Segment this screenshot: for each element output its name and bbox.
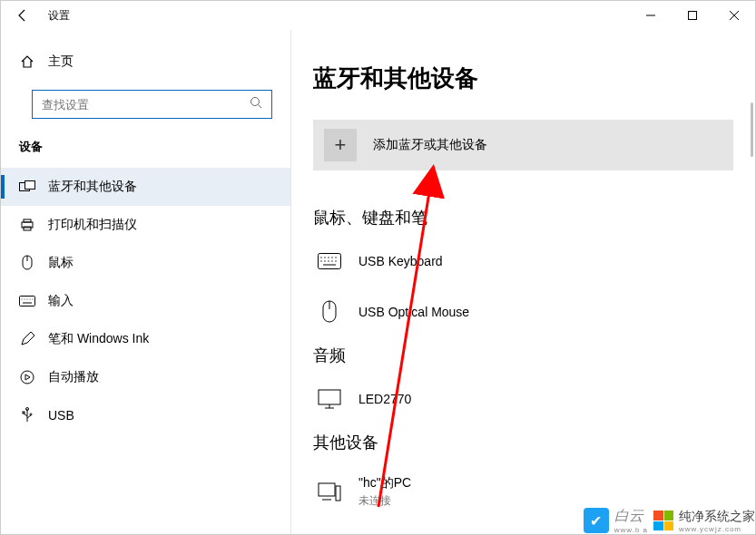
watermark-brand: 白云	[614, 508, 643, 523]
sidebar-item-label: 打印机和扫描仪	[48, 217, 137, 233]
svg-point-30	[331, 257, 332, 258]
watermark-url2: www.b a	[614, 526, 648, 534]
svg-point-28	[324, 257, 325, 258]
bird-icon: ✔	[584, 508, 609, 533]
sidebar-item-label: 蓝牙和其他设备	[48, 179, 137, 195]
back-button[interactable]	[14, 6, 32, 24]
autoplay-icon	[19, 369, 35, 385]
bluetooth-devices-icon	[19, 179, 35, 195]
svg-point-24	[30, 413, 32, 415]
sidebar-item-label: 鼠标	[48, 255, 74, 271]
svg-point-18	[30, 299, 31, 300]
svg-point-29	[328, 257, 329, 258]
device-name: USB Keyboard	[358, 254, 443, 268]
keyboard-icon	[317, 250, 342, 272]
sidebar-item-label: USB	[48, 408, 74, 423]
minimize-button[interactable]	[630, 1, 672, 30]
svg-rect-43	[336, 486, 340, 501]
maximize-button[interactable]	[672, 1, 713, 30]
category-mouse-keyboard: 鼠标、键盘和笔	[313, 207, 733, 229]
titlebar: 设置	[1, 1, 755, 30]
windows-logo-icon	[653, 511, 673, 530]
sidebar-item-autoplay[interactable]: 自动播放	[1, 358, 290, 396]
printer-icon	[19, 217, 35, 233]
monitor-icon	[317, 388, 342, 410]
device-name: "hc"的PC	[358, 475, 411, 491]
device-row[interactable]: USB Keyboard	[313, 243, 733, 294]
svg-point-15	[22, 299, 23, 300]
sidebar-item-usb[interactable]: USB	[1, 396, 290, 434]
sidebar-item-bluetooth[interactable]: 蓝牙和其他设备	[1, 168, 290, 206]
sidebar-item-typing[interactable]: 输入	[1, 282, 290, 320]
sidebar-item-label: 输入	[48, 293, 74, 309]
usb-icon	[19, 407, 35, 423]
svg-point-20	[21, 371, 34, 384]
svg-point-31	[335, 257, 336, 258]
sidebar-item-pen[interactable]: 笔和 Windows Ink	[1, 320, 290, 358]
plus-icon: +	[324, 129, 357, 161]
svg-rect-13	[20, 297, 35, 306]
device-row[interactable]: LED2770	[313, 381, 733, 432]
svg-rect-42	[319, 483, 335, 496]
add-device-label: 添加蓝牙或其他设备	[373, 137, 487, 153]
page-title: 蓝牙和其他设备	[313, 63, 733, 94]
search-input[interactable]	[42, 98, 250, 112]
pc-icon	[317, 482, 342, 503]
close-button[interactable]	[713, 1, 755, 30]
section-label: 设备	[1, 139, 290, 168]
scrollbar[interactable]	[751, 102, 753, 157]
sidebar-item-mouse[interactable]: 鼠标	[1, 244, 290, 282]
window-title: 设置	[48, 8, 70, 24]
mouse-icon	[19, 255, 35, 271]
device-status: 未连接	[358, 493, 411, 509]
svg-rect-9	[24, 219, 31, 222]
category-other: 其他设备	[313, 432, 733, 453]
add-device-button[interactable]: + 添加蓝牙或其他设备	[313, 120, 733, 170]
svg-point-35	[331, 260, 332, 261]
watermark: ✔ 白云 www.b a 纯净系统之家 www.ycwjz.com	[584, 507, 755, 534]
svg-point-19	[33, 299, 34, 300]
svg-point-16	[25, 299, 25, 300]
svg-rect-7	[25, 181, 35, 190]
pen-icon	[19, 331, 35, 347]
sidebar-item-label: 自动播放	[48, 369, 99, 385]
home-label: 主页	[48, 54, 74, 70]
sidebar-item-label: 笔和 Windows Ink	[48, 331, 149, 347]
svg-point-32	[320, 260, 321, 261]
watermark-url: www.ycwjz.com	[679, 525, 755, 533]
svg-point-4	[251, 98, 260, 106]
mouse-icon	[317, 301, 342, 323]
device-name: LED2770	[358, 392, 411, 406]
svg-rect-23	[23, 412, 25, 413]
svg-point-34	[328, 260, 329, 261]
svg-rect-39	[319, 390, 340, 404]
category-audio: 音频	[313, 345, 733, 366]
sidebar-item-printers[interactable]: 打印机和扫描仪	[1, 206, 290, 244]
svg-point-33	[324, 260, 325, 261]
home-link[interactable]: 主页	[1, 46, 290, 77]
svg-point-17	[27, 299, 28, 300]
search-icon	[250, 96, 262, 112]
svg-line-5	[259, 105, 262, 109]
svg-point-27	[320, 257, 321, 258]
main-panel: 蓝牙和其他设备 + 添加蓝牙或其他设备 鼠标、键盘和笔 USB Keyboard…	[291, 30, 755, 534]
sidebar: 主页 设备 蓝牙和其他设备 打印机和扫描仪 鼠标	[1, 30, 291, 534]
search-box[interactable]	[32, 90, 272, 119]
keyboard-icon	[19, 293, 35, 309]
watermark-site: 纯净系统之家	[679, 509, 755, 523]
home-icon	[19, 54, 35, 70]
device-row[interactable]: USB Optical Mouse	[313, 294, 733, 345]
svg-point-36	[335, 260, 336, 261]
device-name: USB Optical Mouse	[358, 305, 469, 319]
svg-rect-1	[689, 12, 697, 20]
